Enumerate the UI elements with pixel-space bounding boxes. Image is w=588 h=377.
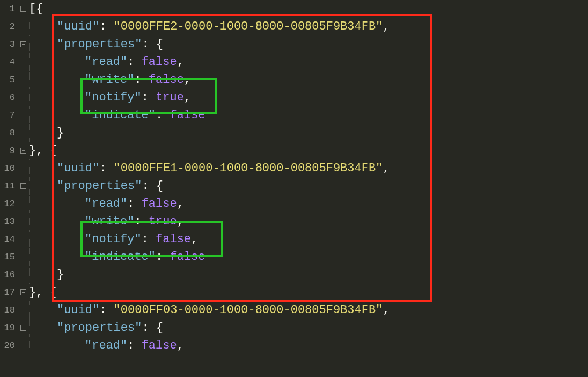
fold-toggle-icon[interactable]: [17, 325, 29, 331]
code-text[interactable]: "indicate": false: [85, 250, 588, 264]
code-text[interactable]: "properties": {: [57, 321, 588, 335]
indent-guide: [29, 337, 57, 354]
code-line[interactable]: 2"uuid": "0000FFE2-0000-1000-8000-00805F…: [0, 18, 588, 35]
indent-guide: [29, 266, 57, 284]
code-text[interactable]: "indicate": false: [85, 108, 588, 122]
line-number: 3: [0, 39, 17, 49]
fold-toggle-icon[interactable]: [17, 41, 29, 47]
code-text[interactable]: "properties": {: [57, 38, 588, 51]
line-number: 15: [0, 252, 17, 262]
fold-toggle-icon[interactable]: [17, 183, 29, 189]
fold-toggle-icon[interactable]: [17, 148, 29, 154]
indent-guide: [29, 195, 57, 213]
indent-guide: [57, 337, 85, 354]
indent-guide: [29, 53, 57, 71]
code-line[interactable]: 5"write": false,: [0, 71, 588, 89]
line-number: 18: [0, 305, 17, 315]
code-text[interactable]: [{: [29, 2, 588, 16]
code-text[interactable]: "uuid": "0000FF03-0000-1000-8000-00805F9…: [57, 303, 588, 317]
code-line[interactable]: 13"write": true,: [0, 213, 588, 230]
indent-guide: [57, 230, 85, 248]
code-line[interactable]: 1[{: [0, 0, 588, 18]
code-editor[interactable]: 1[{2"uuid": "0000FFE2-0000-1000-8000-008…: [0, 0, 588, 377]
code-text[interactable]: "notify": false,: [85, 233, 588, 246]
indent-guide: [57, 213, 85, 230]
code-line[interactable]: 10"uuid": "0000FFE1-0000-1000-8000-00805…: [0, 160, 588, 177]
indent-guide: [29, 301, 57, 319]
indent-guide: [57, 195, 85, 213]
code-text[interactable]: "uuid": "0000FFE1-0000-1000-8000-00805F9…: [57, 162, 588, 175]
line-number: 20: [0, 340, 17, 351]
indent-guide: [29, 18, 57, 35]
indent-guide: [29, 35, 57, 53]
indent-guide: [29, 71, 57, 89]
fold-toggle-icon[interactable]: [17, 6, 29, 12]
code-text[interactable]: "write": false,: [85, 73, 588, 86]
code-line[interactable]: 8}: [0, 124, 588, 142]
code-line[interactable]: 16}: [0, 266, 588, 284]
code-line[interactable]: 15"indicate": false: [0, 248, 588, 266]
line-number: 2: [0, 21, 17, 32]
code-line[interactable]: 18"uuid": "0000FF03-0000-1000-8000-00805…: [0, 301, 588, 319]
indent-guide: [57, 89, 85, 106]
indent-guide: [29, 124, 57, 142]
code-text[interactable]: "uuid": "0000FFE2-0000-1000-8000-00805F9…: [57, 20, 588, 33]
indent-guide: [57, 71, 85, 89]
code-text[interactable]: "notify": true,: [85, 91, 588, 104]
line-number: 8: [0, 128, 17, 138]
code-line[interactable]: 11"properties": {: [0, 177, 588, 195]
line-number: 12: [0, 199, 17, 209]
code-text[interactable]: "read": false,: [85, 339, 588, 352]
line-number: 19: [0, 323, 17, 333]
line-number: 5: [0, 75, 17, 85]
indent-guide: [29, 248, 57, 266]
line-number: 4: [0, 57, 17, 67]
indent-guide: [57, 248, 85, 266]
line-number: 13: [0, 216, 17, 227]
line-number: 7: [0, 110, 17, 120]
line-number: 9: [0, 146, 17, 156]
code-text[interactable]: }: [57, 126, 588, 140]
code-text[interactable]: "read": false,: [85, 55, 588, 69]
code-line[interactable]: 14"notify": false,: [0, 230, 588, 248]
code-line[interactable]: 3"properties": {: [0, 35, 588, 53]
code-line[interactable]: 20"read": false,: [0, 337, 588, 354]
code-line[interactable]: 9}, {: [0, 142, 588, 160]
code-text[interactable]: }: [57, 268, 588, 281]
line-number: 16: [0, 270, 17, 280]
indent-guide: [29, 319, 57, 337]
indent-guide: [57, 106, 85, 124]
line-number: 14: [0, 234, 17, 244]
line-number: 17: [0, 287, 17, 298]
indent-guide: [29, 230, 57, 248]
line-number: 6: [0, 92, 17, 103]
indent-guide: [29, 106, 57, 124]
code-line[interactable]: 4"read": false,: [0, 53, 588, 71]
code-line[interactable]: 17}, {: [0, 284, 588, 301]
line-number: 1: [0, 4, 17, 14]
indent-guide: [29, 160, 57, 177]
indent-guide: [57, 53, 85, 71]
code-text[interactable]: "properties": {: [57, 179, 588, 193]
code-text[interactable]: "read": false,: [85, 197, 588, 211]
code-text[interactable]: }, {: [29, 286, 588, 299]
code-text[interactable]: }, {: [29, 144, 588, 157]
indent-guide: [29, 177, 57, 195]
code-line[interactable]: 7"indicate": false: [0, 106, 588, 124]
indent-guide: [29, 213, 57, 230]
code-text[interactable]: "write": true,: [85, 215, 588, 228]
code-line[interactable]: 12"read": false,: [0, 195, 588, 213]
line-number: 11: [0, 181, 17, 191]
line-number: 10: [0, 163, 17, 173]
code-line[interactable]: 19"properties": {: [0, 319, 588, 337]
code-line[interactable]: 6"notify": true,: [0, 89, 588, 106]
indent-guide: [29, 89, 57, 106]
fold-toggle-icon[interactable]: [17, 289, 29, 295]
